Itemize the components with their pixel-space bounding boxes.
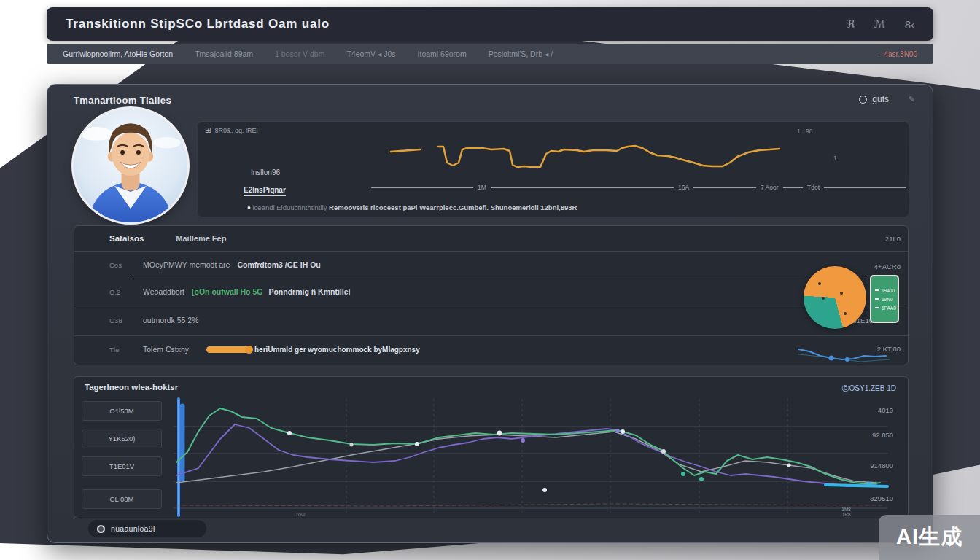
donut-chart (804, 266, 866, 329)
x-tick-3: 7 Aoor (756, 184, 783, 191)
nav-item-5[interactable]: Itoaml 69orom (418, 50, 467, 58)
row3-text: outmordk 55 2% (143, 316, 198, 324)
top-chart-legend: ⊞ 8R0&. oq. lREl (205, 126, 257, 134)
table-row-4[interactable]: Tle Tolem Cstxny heriUmmld ger wyomuchom… (74, 338, 709, 360)
y-label-button-3[interactable]: T1E01V (82, 456, 162, 476)
record-icon (97, 525, 105, 533)
y-label-button-2[interactable]: Y1K520) (82, 429, 162, 448)
caption-main-text: Remooverls rlcoceest paPi Wearrplecc.Gum… (329, 203, 577, 211)
multi-series-line-chart (173, 399, 887, 516)
app-title: Transkitionn StipSCo Lbrtdasd Oam ualo (66, 17, 330, 31)
edit-icon[interactable]: ✎ (909, 95, 915, 104)
corner-values: 1M8 1R8 (841, 507, 851, 517)
divider (74, 335, 908, 336)
table-row-2[interactable]: O,2 Weoaddbort [oOn oufwall Ho 5G Ponndr… (74, 281, 709, 303)
avatar-illustration (74, 109, 187, 222)
divider-bright (133, 279, 866, 279)
y-label-button-1[interactable]: O1l53M (82, 401, 162, 421)
y-right-value-3: 914800 (870, 462, 893, 470)
status-control[interactable]: guts (859, 94, 889, 104)
table-header-col2: Mailleme Fep (176, 234, 226, 243)
row2-text: Weoaddbort (143, 287, 184, 296)
series-label-2[interactable]: E2lnsPiqnar (244, 186, 286, 196)
table-header-row: Satalsos Mailleme Fep (74, 226, 908, 251)
nav-item-3[interactable]: 1 bosor V dbm (275, 50, 324, 58)
apps-icon[interactable]: ℳ (874, 18, 886, 31)
legend-line-1: 19400 (875, 288, 898, 293)
series-label-1: Insllon96 (251, 168, 280, 176)
footer-label: nuaaunloa9l (111, 524, 155, 533)
caption-bullet-icon: ● (247, 204, 251, 211)
avatar (74, 109, 187, 222)
top-chart-legend-label: 8R0&. oq. lREl (214, 127, 257, 134)
table-row-1[interactable]: Cos MOeyPMWY memodt are Comfrdtom3 /GE I… (74, 254, 709, 276)
divider (74, 308, 908, 308)
row3-label: C38 (109, 316, 143, 324)
top-chart-badge: 1 +98 (797, 128, 813, 135)
footer-status-pill[interactable]: nuaaunloa9l (88, 520, 206, 537)
nav-item-2[interactable]: Tmsajoalid 89am (195, 50, 253, 58)
row2-text-strong: Ponndrmig ñ Kmntillel (268, 287, 350, 296)
row1-text-strong: Comfrdtom3 /GE IH Ou (237, 260, 320, 269)
nav-delta-value: - 4asr.3N00 (879, 50, 917, 58)
card-title: Tmanartloom Tlalies (74, 95, 171, 106)
y-right-value-4: 329510 (870, 494, 893, 502)
table-header-value: 21L0 (885, 235, 901, 243)
dashboard-card: Tmanartloom Tlalies guts ✎ (47, 84, 933, 543)
ai-watermark: AI生成 (879, 515, 980, 560)
nav-item-6[interactable]: Posloitmi'S, Drb ◂ / (489, 50, 553, 58)
x-tick-4: Tdot (803, 184, 824, 191)
x-tick-1: 1M (473, 184, 491, 191)
main-chart-badge[interactable]: ⓒOSY1.ZEB 1D (842, 384, 896, 394)
pie-dot (822, 297, 825, 300)
pie-dot (840, 292, 843, 295)
y-right-value-1: 4010 (878, 406, 893, 414)
chart-note: Trow (293, 511, 305, 518)
checkbox-icon[interactable]: ⊞ (205, 126, 211, 134)
row1-text: MOeyPMWY memodt are (143, 260, 230, 269)
row4-text: Tolem Cstxny (143, 345, 189, 354)
x-axis: 1M 16A 7 Aoor Tdot (371, 187, 906, 188)
chart-caption: ● iceandl Elduucnnthtintlly Remooverls r… (247, 203, 577, 211)
table-header-col1: Satalsos (109, 234, 144, 243)
pie-dot (844, 312, 847, 315)
notifications-icon[interactable]: ℜ (846, 18, 855, 31)
top-chart-panel: ⊞ 8R0&. oq. lREl 1 +98 1 Insllon96 1M 16… (198, 121, 909, 217)
y-right-value-2: 92.050 (872, 431, 893, 439)
row4-pill-label: heriUmmld ger wyomuchommock byMlagpxnsy (254, 346, 420, 354)
blue-sparkline-chart (795, 344, 904, 366)
progress-pill (206, 346, 252, 353)
main-chart-panel: Tagerlneon wlea-hoktsr ⓒOSY1.ZEB 1D O1l5… (74, 376, 909, 518)
status-label: guts (872, 94, 889, 104)
nav-item-4[interactable]: T4eomV ◂ J0s (346, 50, 395, 58)
table-row-3[interactable]: C38 outmordk 55 2% (74, 309, 709, 331)
legend-line-3: 1PAA0 (875, 306, 898, 311)
x-tick-2: 16A (674, 184, 693, 191)
divider (74, 251, 908, 252)
main-chart-title: Tagerlneon wlea-hoktsr (85, 383, 178, 392)
row1-label: Cos (109, 261, 143, 269)
stats-table-panel: Satalsos Mailleme Fep Cos MOeyPMWY memod… (74, 225, 909, 365)
caption-dim-text: iceandl Elduucnnthtintlly (252, 203, 327, 211)
row1-value: 4+ACRo (874, 262, 901, 271)
green-legend-box[interactable]: 19400 19N0 1PAA0 (870, 275, 899, 323)
nav-item-1[interactable]: Gurriwlopnoolirm, AtoHle Gorton (63, 50, 173, 58)
legend-line-2: 19N0 (875, 297, 898, 302)
pie-dot (818, 282, 821, 285)
header-icons: ℜ ℳ 8‹ (846, 18, 914, 31)
ring-icon (859, 96, 867, 104)
row4-label: Tle (109, 346, 143, 354)
top-chart-tick-badge: 1 (833, 155, 837, 162)
app-header: Transkitionn StipSCo Lbrtdasd Oam ualo ℜ… (47, 7, 933, 41)
yellow-sparkline-chart (373, 139, 781, 183)
row2-text-green: [oOn oufwall Ho 5G (192, 287, 262, 296)
y-label-button-4[interactable]: CL 08M (82, 489, 162, 509)
profile-icon[interactable]: 8‹ (905, 18, 914, 31)
nav-bar: Gurriwlopnoolirm, AtoHle Gorton Tmsajoal… (47, 44, 933, 64)
row2-label: O,2 (109, 288, 143, 296)
